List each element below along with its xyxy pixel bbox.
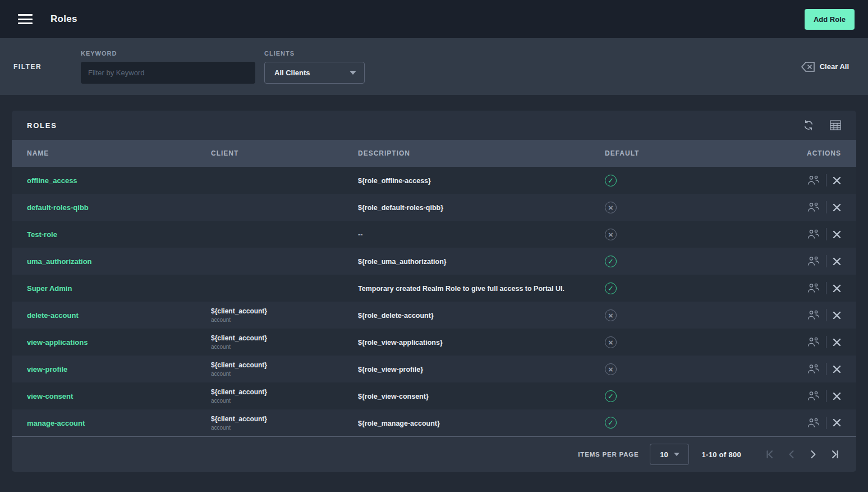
default-true-icon: ✓	[605, 390, 617, 402]
actions-divider	[826, 174, 826, 186]
column-header-description: DESCRIPTION	[358, 149, 605, 157]
assign-users-button[interactable]	[807, 202, 820, 212]
delete-role-button[interactable]	[833, 338, 841, 347]
column-header-name: NAME	[27, 149, 211, 157]
close-icon	[833, 392, 841, 400]
role-description: ${role_manage-account}	[358, 420, 440, 427]
next-page-button[interactable]	[806, 448, 820, 461]
role-name-link[interactable]: view-profile	[27, 365, 67, 373]
page-title: Roles	[50, 13, 77, 25]
delete-role-button[interactable]	[833, 392, 841, 400]
users-icon	[807, 310, 820, 320]
previous-page-button[interactable]	[785, 448, 798, 461]
assign-users-button[interactable]	[807, 310, 820, 320]
default-true-icon: ✓	[605, 256, 617, 267]
delete-role-button[interactable]	[833, 418, 841, 427]
default-false-icon: ×	[605, 202, 617, 213]
delete-role-button[interactable]	[833, 284, 841, 293]
assign-users-button[interactable]	[807, 229, 820, 239]
users-icon	[807, 283, 820, 293]
delete-role-button[interactable]	[833, 257, 841, 266]
chevron-down-icon	[350, 71, 356, 75]
client-name: ${client_account}	[211, 307, 358, 315]
clients-selected-value: All Clients	[274, 69, 310, 77]
chevron-down-icon	[674, 453, 679, 456]
client-name: ${client_account}	[211, 361, 358, 369]
assign-users-button[interactable]	[807, 391, 820, 401]
delete-role-button[interactable]	[833, 311, 841, 320]
table-body: offline_access ${role_offline-access} ✓	[12, 167, 856, 436]
table-row: Super Admin Temporary created Realm Role…	[12, 275, 856, 302]
role-description: ${role_view-profile}	[358, 366, 423, 373]
delete-role-button[interactable]	[833, 230, 841, 239]
role-name-link[interactable]: manage-account	[27, 419, 85, 427]
client-name: ${client_account}	[211, 388, 358, 396]
actions-divider	[826, 309, 826, 321]
clear-all-label: Clear All	[820, 62, 849, 71]
role-name-link[interactable]: offline_access	[27, 176, 77, 185]
chevron-left-icon	[787, 450, 796, 459]
column-header-actions: ACTIONS	[802, 149, 841, 157]
default-true-icon: ✓	[605, 283, 617, 294]
role-name-link[interactable]: Test-role	[27, 230, 57, 239]
keyword-input[interactable]	[81, 62, 255, 84]
menu-icon[interactable]	[18, 14, 33, 24]
role-name-link[interactable]: uma_authorization	[27, 257, 92, 266]
actions-divider	[826, 390, 826, 402]
close-icon	[833, 230, 841, 239]
clients-select[interactable]: All Clients	[264, 62, 365, 84]
clients-label: CLIENTS	[264, 50, 365, 57]
assign-users-button[interactable]	[807, 337, 820, 347]
add-role-button[interactable]: Add Role	[805, 9, 855, 30]
role-name-link[interactable]: view-applications	[27, 338, 88, 347]
first-page-icon	[766, 450, 775, 459]
backspace-icon	[801, 62, 815, 72]
delete-role-button[interactable]	[833, 203, 841, 212]
users-icon	[807, 337, 820, 347]
users-icon	[807, 391, 820, 401]
role-name-link[interactable]: view-consent	[27, 392, 73, 400]
table-row: view-profile ${client_account} account $…	[12, 356, 856, 382]
close-icon	[833, 203, 841, 212]
top-bar: Roles Add Role	[0, 0, 868, 38]
roles-card-title: ROLES	[27, 121, 57, 130]
default-true-icon: ✓	[605, 175, 617, 186]
close-icon	[833, 176, 841, 185]
table-row: delete-account ${client_account} account…	[12, 302, 856, 329]
delete-role-button[interactable]	[833, 176, 841, 185]
pagination-bar: ITEMS PER PAGE 10 1-10 of 800	[12, 436, 856, 472]
assign-users-button[interactable]	[807, 418, 820, 428]
table-row: view-consent ${client_account} account $…	[12, 382, 856, 409]
column-header-default: DEFAULT	[605, 149, 802, 157]
clear-all-button[interactable]: Clear All	[801, 62, 849, 72]
delete-role-button[interactable]	[833, 365, 841, 373]
actions-divider	[826, 417, 826, 429]
users-icon	[807, 229, 820, 239]
assign-users-button[interactable]	[807, 364, 820, 374]
users-icon	[807, 175, 820, 185]
assign-users-button[interactable]	[807, 283, 820, 293]
table-row: uma_authorization ${role_uma_authorizati…	[12, 248, 856, 275]
table-row: offline_access ${role_offline-access} ✓	[12, 167, 856, 194]
table-view-button[interactable]	[830, 120, 841, 130]
last-page-button[interactable]	[828, 448, 841, 461]
items-per-page-select[interactable]: 10	[650, 444, 689, 465]
role-description: Temporary created Realm Role to give ful…	[358, 285, 564, 293]
assign-users-button[interactable]	[807, 256, 820, 266]
default-false-icon: ×	[605, 336, 617, 348]
default-true-icon: ✓	[605, 417, 617, 429]
keyword-label: KEYWORD	[81, 50, 255, 57]
role-description: ${role_offline-access}	[358, 177, 431, 185]
assign-users-button[interactable]	[807, 175, 820, 185]
role-name-link[interactable]: default-roles-qibb	[27, 203, 89, 212]
items-per-page-value: 10	[660, 450, 668, 459]
close-icon	[833, 311, 841, 320]
table-row: view-applications ${client_account} acco…	[12, 329, 856, 356]
role-name-link[interactable]: Super Admin	[27, 284, 72, 293]
client-id: account	[211, 317, 358, 323]
refresh-button[interactable]	[803, 120, 814, 131]
role-name-link[interactable]: delete-account	[27, 311, 79, 320]
first-page-button[interactable]	[764, 448, 777, 461]
close-icon	[833, 284, 841, 293]
role-description: ${role_view-consent}	[358, 393, 429, 400]
